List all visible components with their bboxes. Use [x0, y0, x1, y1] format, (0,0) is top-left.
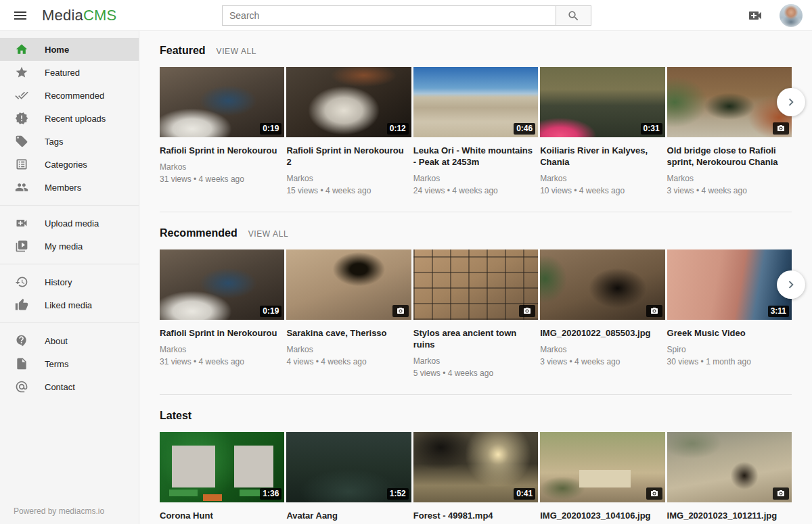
sidebar-item-contact[interactable]: Contact — [0, 375, 139, 398]
next-button[interactable] — [777, 88, 805, 116]
media-thumbnail[interactable]: 0:19 — [160, 249, 284, 320]
media-author[interactable]: Markos — [413, 174, 538, 183]
duration-badge: 1:52 — [387, 488, 409, 500]
media-thumbnail[interactable]: 0:12 — [286, 67, 411, 137]
media-author[interactable]: Markos — [540, 345, 664, 354]
media-author[interactable]: Spiro — [667, 345, 792, 354]
view-all-link[interactable]: VIEW ALL — [248, 229, 289, 239]
media-thumbnail[interactable] — [286, 249, 411, 320]
media-card[interactable]: 0:12 Rafioli Sprint in Nerokourou 2 Mark… — [286, 67, 411, 195]
media-author[interactable]: Markos — [160, 345, 284, 354]
next-button[interactable] — [777, 270, 805, 299]
search-input[interactable] — [222, 5, 556, 26]
done-all-icon — [15, 89, 28, 102]
media-card[interactable]: 1:36 Corona Hunt Dickson Jr. 6 views • 4… — [160, 432, 284, 524]
sidebar-divider — [0, 323, 139, 323]
menu-icon[interactable] — [7, 2, 34, 29]
media-meta: 30 views • 1 month ago — [667, 357, 792, 366]
media-author[interactable]: Markos — [540, 174, 664, 183]
user-avatar[interactable] — [780, 4, 803, 27]
media-card[interactable]: 0:46 Leuka Ori - White mountains - Peak … — [413, 67, 538, 195]
media-thumbnail[interactable]: 1:52 — [286, 432, 411, 502]
duration-badge: 0:31 — [641, 123, 662, 135]
media-card[interactable]: 1:52 Avatar Aang Dickson Jr. 12 views • … — [286, 432, 411, 524]
media-card[interactable]: 3:11 Greek Music Video Spiro 30 views • … — [667, 249, 792, 378]
view-all-link[interactable]: VIEW ALL — [217, 47, 257, 56]
search-button[interactable] — [556, 5, 591, 26]
media-author[interactable]: Markos — [286, 174, 411, 183]
media-thumbnail[interactable]: 0:41 — [413, 432, 538, 502]
upload-video-icon — [15, 216, 28, 230]
brand-media-text: Media — [42, 7, 83, 24]
sidebar-item-label: Terms — [45, 359, 68, 369]
sidebar-item-recommended[interactable]: Recommended — [0, 84, 139, 107]
media-meta: 15 views • 4 weeks ago — [286, 186, 411, 195]
media-title[interactable]: Rafioli Sprint in Nerokourou — [160, 327, 284, 339]
sidebar-item-featured[interactable]: Featured — [0, 61, 139, 84]
media-title[interactable]: Greek Music Video — [667, 327, 792, 339]
media-title[interactable]: Leuka Ori - White mountains - Peak at 24… — [413, 145, 538, 168]
media-card[interactable]: IMG_20201022_085503.jpg Markos 3 views •… — [540, 249, 664, 378]
media-card[interactable]: Sarakina cave, Therisso Markos 4 views •… — [286, 249, 411, 378]
media-card[interactable]: 0:31 Koiliaris River in Kalyves, Chania … — [540, 67, 664, 195]
media-thumbnail[interactable] — [413, 249, 538, 320]
sidebar-item-tags[interactable]: Tags — [0, 130, 139, 153]
media-thumbnail[interactable] — [540, 249, 664, 320]
sidebar-item-members[interactable]: Members — [0, 176, 139, 199]
media-title[interactable]: Rafioli Sprint in Nerokourou — [160, 145, 284, 156]
section-divider — [160, 394, 792, 395]
sidebar-item-history[interactable]: History — [0, 270, 139, 293]
media-thumbnail[interactable] — [540, 432, 664, 502]
media-card[interactable]: 0:41 Forest - 49981.mp4 test 17 views • … — [413, 432, 538, 524]
media-thumbnail[interactable]: 0:46 — [413, 67, 538, 137]
sidebar-item-label: Featured — [45, 68, 80, 78]
sidebar-item-upload-media[interactable]: Upload media — [0, 212, 139, 235]
media-title[interactable]: Rafioli Sprint in Nerokourou 2 — [286, 145, 411, 168]
camera-icon — [392, 305, 409, 317]
media-author[interactable]: Markos — [286, 345, 411, 354]
sidebar-item-about[interactable]: About — [0, 329, 139, 352]
section-featured: Featured VIEW ALL 0:19 Rafioli Sprint in… — [160, 45, 792, 212]
media-thumbnail[interactable] — [667, 67, 792, 137]
media-title[interactable]: IMG_20201022_085503.jpg — [540, 327, 664, 339]
media-card[interactable]: Old bridge close to Rafioli sprint, Nero… — [667, 67, 792, 195]
media-title[interactable]: Forest - 49981.mp4 — [413, 510, 538, 521]
media-thumbnail[interactable]: 0:19 — [160, 67, 284, 137]
sidebar-divider — [0, 205, 139, 206]
sidebar-item-categories[interactable]: Categories — [0, 153, 139, 176]
sidebar-item-label: My media — [45, 241, 83, 252]
sidebar-item-home[interactable]: Home — [0, 38, 139, 61]
sidebar-item-recent-uploads[interactable]: Recent uploads — [0, 107, 139, 130]
media-title[interactable]: Old bridge close to Rafioli sprint, Nero… — [667, 145, 792, 168]
duration-badge: 1:36 — [260, 488, 281, 500]
media-card[interactable]: 0:19 Rafioli Sprint in Nerokourou Markos… — [160, 249, 284, 378]
media-meta: 3 views • 4 weeks ago — [667, 186, 792, 195]
media-card[interactable]: IMG_20201023_101211.jpg Markos 4 views •… — [667, 432, 792, 524]
media-meta: 31 views • 4 weeks ago — [160, 357, 284, 366]
sidebar-item-my-media[interactable]: My media — [0, 235, 139, 258]
media-thumbnail[interactable]: 1:36 — [160, 432, 284, 502]
powered-by[interactable]: Powered by mediacms.io — [14, 506, 104, 516]
sidebar-item-terms[interactable]: Terms — [0, 352, 139, 375]
media-thumbnail[interactable]: 0:31 — [540, 67, 664, 137]
media-title[interactable]: Avatar Aang — [286, 510, 411, 521]
media-thumbnail[interactable] — [667, 432, 792, 502]
duration-badge: 0:41 — [514, 488, 535, 500]
media-title[interactable]: IMG_20201023_104106.jpg — [540, 510, 664, 521]
media-title[interactable]: IMG_20201023_101211.jpg — [667, 510, 792, 521]
media-title[interactable]: Koiliaris River in Kalyves, Chania — [540, 145, 664, 168]
media-card[interactable]: Stylos area ancient town ruins Markos 5 … — [413, 249, 538, 378]
members-icon — [15, 181, 28, 194]
sidebar-item-liked-media[interactable]: Liked media — [0, 293, 139, 316]
media-author[interactable]: Markos — [160, 162, 284, 172]
brand-logo[interactable]: MediaCMS — [42, 7, 116, 24]
media-card[interactable]: 0:19 Rafioli Sprint in Nerokourou Markos… — [160, 67, 284, 195]
media-title[interactable]: Stylos area ancient town ruins — [413, 327, 538, 350]
media-title[interactable]: Sarakina cave, Therisso — [286, 327, 411, 339]
media-author[interactable]: Markos — [413, 356, 538, 366]
media-thumbnail[interactable]: 3:11 — [667, 249, 792, 320]
media-author[interactable]: Markos — [667, 174, 792, 183]
media-title[interactable]: Corona Hunt — [160, 510, 284, 521]
media-card[interactable]: IMG_20201023_104106.jpg Markos 4 views •… — [540, 432, 664, 524]
upload-video-icon[interactable] — [747, 7, 763, 24]
